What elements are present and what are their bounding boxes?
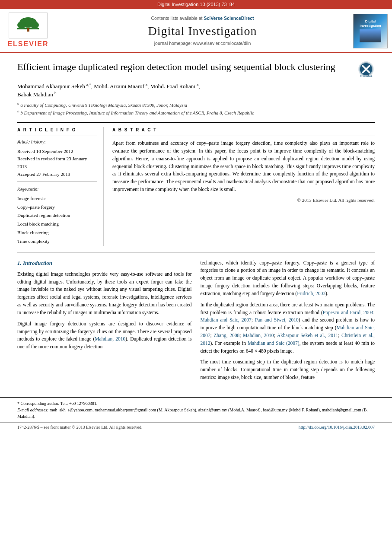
article-received: Received 10 September 2012 Received in r… <box>17 148 97 178</box>
journal-header: ELSEVIER Contents lists available at Sci… <box>0 9 392 52</box>
ref-zhang: Zhang, 2008 <box>214 333 239 338</box>
footnote-section: * Corresponding author. Tel.: +60 127960… <box>0 397 392 420</box>
keyword-4: Local block matching <box>17 220 97 229</box>
journal-citation-text: Digital Investigation 10 (2013) 73–84 <box>157 2 235 7</box>
ref-fridrich-2003: Fridrich, 2003 <box>297 291 325 296</box>
abstract-column: A B S T R A C T Apart from robustness an… <box>112 127 375 246</box>
authors: Mohammad Akbarpour Sekeh a,*, Mohd. Aiza… <box>17 82 375 99</box>
article-info-heading: A R T I C L E I N F O <box>17 127 97 133</box>
article-title: Efficient image duplicated region detect… <box>17 61 353 73</box>
abstract-heading: A B S T R A C T <box>112 127 375 133</box>
sciverse-line: Contents lists available at SciVerse Sci… <box>56 15 349 22</box>
ref-mahdian-2010b: Mahdian, 2010 <box>243 333 274 338</box>
journal-title: Digital Investigation <box>56 22 349 39</box>
body-divider <box>17 252 375 252</box>
ref-mahdian-saic: Mahdian and Saic, 2007 <box>201 317 252 322</box>
body-left-column: 1. Introduction Existing digital image t… <box>17 259 192 385</box>
ref-akbarpour: Akbarpour Sekeh et al., 2011 <box>277 333 338 338</box>
svg-text:CrossMark: CrossMark <box>360 75 373 77</box>
copyright-text: © 2013 Elsevier Ltd. All rights reserved… <box>112 197 375 204</box>
elsevier-tree-icon <box>15 17 41 34</box>
intro-para-1: Existing digital image technologies prov… <box>17 271 192 317</box>
affiliation-b: b Department of Image Processing, Instit… <box>20 110 254 115</box>
doi-link[interactable]: http://dx.doi.org/10.1016/j.diin.2013.02… <box>299 424 375 430</box>
journal-center: Contents lists available at SciVerse Sci… <box>52 15 353 47</box>
contents-available-text: Contents lists available at <box>151 16 202 21</box>
right-para-3: The most time consuming step in the dupl… <box>201 358 375 381</box>
keyword-3: Duplicated region detection <box>17 211 97 220</box>
elsevier-brand-text: ELSEVIER <box>7 39 48 49</box>
elsevier-logo-image <box>9 13 48 38</box>
sciverse-link[interactable]: SciVerse ScienceDirect <box>204 16 254 21</box>
crossmark-icon[interactable]: CrossMark <box>357 61 375 78</box>
svg-point-3 <box>30 22 39 29</box>
ref-pan-siwei: Pan and Siwei, 2010 <box>255 317 299 322</box>
svg-point-2 <box>17 22 26 29</box>
keywords-list: Image forensic Copy–paste forgery Duplic… <box>17 194 97 246</box>
keyword-2: Copy–paste forgery <box>17 203 97 212</box>
ref-mahdian-saic-3: Mahdian and Saic (2007) <box>248 341 300 346</box>
journal-citation-bar: Digital Investigation 10 (2013) 73–84 <box>0 0 392 9</box>
email-values: moh_akh_s@yahoo.com, mohammad.akbarpour@… <box>17 408 368 419</box>
affiliation-a: a Faculty of Computing, Universiti Tekno… <box>20 102 187 107</box>
svg-rect-4 <box>27 28 29 32</box>
article-history-label: Article history: <box>17 139 97 145</box>
section-name: Introduction <box>23 260 52 266</box>
article-info-column: A R T I C L E I N F O Article history: R… <box>17 127 104 246</box>
intro-para-2: Digital image forgery detection systems … <box>17 320 192 351</box>
article-info-abstract-section: A R T I C L E I N F O Article history: R… <box>17 122 375 246</box>
elsevier-logo: ELSEVIER <box>4 13 52 49</box>
article-title-section: Efficient image duplicated region detect… <box>17 61 375 78</box>
body-content: 1. Introduction Existing digital image t… <box>17 259 375 385</box>
footnote-corresponding: * Corresponding author. Tel.: +60 127960… <box>17 400 375 407</box>
ref-popescu: Popescu and Farid, 2004 <box>323 310 373 315</box>
keyword-5: Block clustering <box>17 229 97 237</box>
page: Digital Investigation 10 (2013) 73–84 EL… <box>0 0 392 535</box>
cover-title-text: Digital Investigation <box>360 19 381 42</box>
issn-text: 1742-2876/$ – see front matter © 2013 El… <box>17 424 142 430</box>
right-para-1: techniques, which identify copy–paste fo… <box>201 259 375 298</box>
affiliations: a a Faculty of Computing, Universiti Tek… <box>17 101 375 116</box>
body-right-column: techniques, which identify copy–paste fo… <box>201 259 375 385</box>
footer-bottom: 1742-2876/$ – see front matter © 2013 El… <box>0 422 392 432</box>
journal-homepage: journal homepage: www.elsevier.com/locat… <box>56 40 349 47</box>
ref-mahdian-2010: Mahdian, 2010 <box>95 336 125 341</box>
keyword-6: Time complexity <box>17 237 97 246</box>
main-content: Efficient image duplicated region detect… <box>0 53 392 393</box>
keywords-label: Keywords: <box>17 186 97 193</box>
introduction-title: 1. Introduction <box>17 259 192 267</box>
abstract-text: Apart from robustness and accuracy of co… <box>112 140 375 194</box>
section-number: 1. <box>17 260 22 266</box>
footnote-emails: E-mail addresses: moh_akh_s@yahoo.com, m… <box>17 407 375 420</box>
journal-cover-image: Digital Investigation <box>353 14 388 48</box>
right-para-2: In the duplicated region detection area,… <box>201 301 375 355</box>
keyword-1: Image forensic <box>17 194 97 203</box>
email-label: E-mail addresses: <box>17 408 48 412</box>
